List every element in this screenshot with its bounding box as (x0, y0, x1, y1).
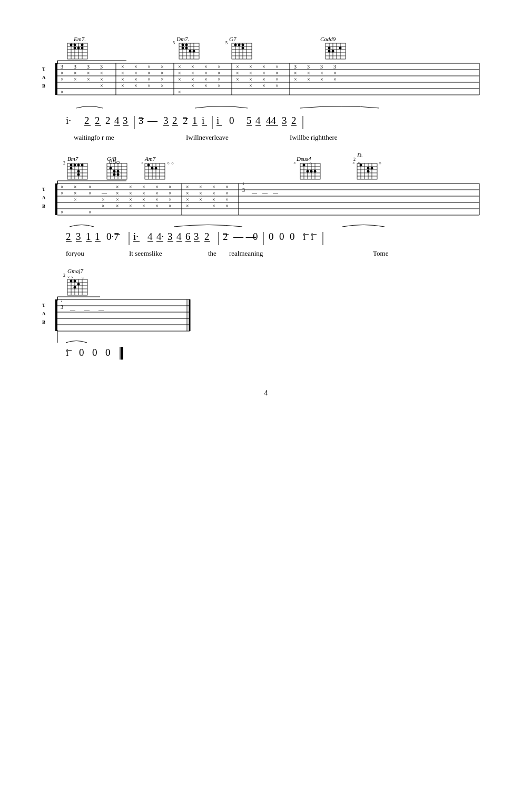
svg-text:×: × (74, 76, 77, 82)
svg-text:×: × (186, 203, 189, 209)
svg-text:3: 3 (163, 115, 169, 126)
svg-text:×: × (249, 70, 252, 76)
svg-text:♩: ♩ (242, 181, 244, 186)
svg-text:1: 1 (95, 231, 100, 242)
svg-point-43 (234, 44, 237, 46)
page: Em7. Dm7. 5 G7 (0, 0, 532, 805)
svg-text:A: A (42, 195, 46, 200)
svg-point-30 (189, 50, 192, 53)
svg-text:G7: G7 (229, 36, 237, 42)
svg-text:0: 0 (269, 231, 274, 242)
chord-em7-label: Em7. (73, 36, 86, 42)
svg-text:×: × (100, 83, 103, 89)
svg-text:×: × (249, 76, 252, 82)
svg-text:2: 2 (63, 161, 65, 166)
svg-text:Dm7.: Dm7. (176, 36, 189, 42)
svg-text:×: × (199, 190, 202, 196)
svg-text:i·: i· (133, 231, 139, 242)
svg-text:5: 5 (173, 41, 175, 45)
svg-text:×: × (141, 161, 144, 166)
svg-point-276 (367, 167, 370, 170)
svg-text:×: × (262, 64, 265, 70)
svg-text:×: × (204, 70, 208, 76)
svg-text:×: × (262, 76, 265, 82)
svg-text:T: T (42, 303, 45, 308)
svg-text:—: — (262, 190, 268, 196)
svg-text:×: × (61, 76, 64, 82)
svg-text:i: i (202, 115, 204, 126)
svg-text:×: × (333, 76, 337, 82)
svg-point-259 (310, 170, 313, 173)
svg-text:×: × (320, 70, 323, 76)
svg-text:×: × (61, 184, 64, 190)
svg-text:3: 3 (76, 231, 81, 242)
svg-text:3: 3 (320, 64, 323, 70)
svg-point-226 (117, 170, 120, 173)
svg-text:×: × (225, 190, 229, 196)
svg-text:0: 0 (279, 231, 284, 242)
svg-text:○: ○ (379, 161, 381, 166)
svg-text:T: T (42, 187, 45, 192)
svg-text:×: × (191, 64, 194, 70)
svg-text:—: — (101, 190, 107, 196)
svg-point-210 (77, 173, 80, 176)
svg-text:—: — (98, 307, 104, 313)
svg-text:×: × (147, 64, 151, 70)
svg-text:×: × (134, 76, 137, 82)
svg-text:0·7: 0·7 (106, 231, 119, 242)
svg-text:2: 2 (204, 231, 210, 242)
music-score: Em7. Dm7. 5 G7 (32, 16, 500, 754)
svg-point-11 (74, 47, 76, 50)
svg-text:×: × (236, 76, 239, 82)
svg-text:Gmaj7: Gmaj7 (67, 268, 83, 274)
svg-point-207 (81, 164, 84, 167)
svg-text:realmeaning: realmeaning (229, 249, 263, 257)
svg-text:×: × (262, 83, 265, 89)
svg-text:5: 5 (247, 115, 252, 126)
svg-point-57 (328, 47, 331, 50)
svg-text:×: × (212, 197, 215, 202)
svg-text:3: 3 (194, 231, 199, 242)
svg-text:×: × (121, 64, 124, 70)
svg-text:×: × (199, 197, 202, 202)
svg-text:4: 4 (176, 231, 182, 242)
svg-text:×: × (178, 70, 181, 76)
svg-text:×: × (191, 70, 194, 76)
svg-point-59 (332, 50, 334, 53)
svg-point-27 (182, 47, 184, 50)
svg-text:Iwillneverleave: Iwillneverleave (186, 133, 229, 141)
svg-text:×: × (275, 83, 279, 89)
svg-text:×: × (147, 83, 151, 89)
svg-text:×: × (294, 70, 297, 76)
svg-text:×: × (121, 70, 124, 76)
svg-text:G/B: G/B (107, 156, 116, 162)
svg-text:Am7: Am7 (144, 156, 156, 162)
svg-text:i·: i· (66, 115, 71, 126)
svg-text:2: 2 (95, 115, 100, 126)
svg-point-26 (182, 44, 184, 46)
svg-text:×: × (199, 184, 202, 190)
svg-text:3: 3 (61, 64, 63, 70)
svg-text:3: 3 (100, 64, 103, 70)
svg-point-208 (70, 167, 73, 170)
svg-text:×: × (204, 83, 208, 89)
svg-text:4: 4 (147, 231, 153, 242)
svg-point-46 (242, 44, 244, 46)
svg-text:×: × (249, 64, 252, 70)
svg-rect-410 (55, 299, 57, 331)
svg-text:0: 0 (92, 347, 97, 358)
svg-text:×: × (236, 70, 239, 76)
svg-text:4: 4 (255, 115, 261, 126)
svg-text:×: × (121, 83, 124, 89)
svg-text:×: × (74, 190, 77, 196)
svg-text:×: × (155, 197, 159, 202)
svg-point-9 (70, 44, 73, 46)
svg-point-204 (70, 164, 73, 167)
svg-text:×: × (236, 64, 239, 70)
svg-text:×: × (61, 70, 64, 76)
svg-text:3: 3 (87, 64, 90, 70)
svg-text:waitingfo r me: waitingfo r me (74, 133, 114, 141)
svg-text:T: T (42, 66, 45, 72)
svg-text:×: × (178, 76, 181, 82)
svg-point-224 (110, 167, 112, 170)
